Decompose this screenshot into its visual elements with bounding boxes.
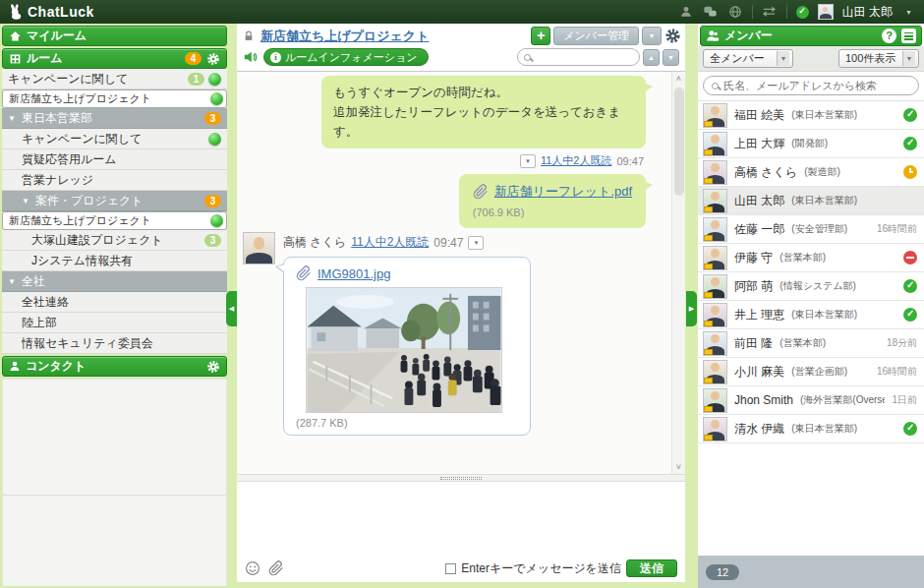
room-information-button[interactable]: i ルームインフォメーション xyxy=(263,48,429,66)
room-item-selected[interactable]: 新店舗立ち上げプロジェクト xyxy=(2,89,227,108)
file-link[interactable]: IMG9801.jpg xyxy=(318,266,390,281)
sender-avatar[interactable] xyxy=(243,232,275,265)
collapse-left-pane-handle[interactable]: ◀ xyxy=(226,291,237,326)
message-line: もうすぐオープンの時間だね。 xyxy=(333,83,634,102)
room-label: 陸上部 xyxy=(22,315,221,331)
member-manage-button[interactable]: メンバー管理 xyxy=(553,27,639,45)
room-group[interactable]: ▼ 東日本営業部 3 xyxy=(2,108,227,129)
room-item[interactable]: 全社連絡 xyxy=(2,292,227,313)
read-status-link[interactable]: 11人中2人既読 xyxy=(541,153,612,168)
room-label: 全社連絡 xyxy=(22,294,221,311)
search-next-button[interactable]: ▼ xyxy=(663,49,679,66)
user-avatar[interactable] xyxy=(818,4,834,20)
member-dept: (営業企画部) xyxy=(791,365,870,379)
message-other-file: 高橋 さくら 11人中2人既読 09:47 ▼ IMG9801.jpg xyxy=(243,232,646,436)
room-item[interactable]: 陸上部 xyxy=(2,313,227,333)
room-item[interactable]: Jシステム情報共有 xyxy=(2,251,227,271)
topbar: ChatLuck 山田 太郎 ▼ xyxy=(0,0,924,24)
sidebar-item-myroom[interactable]: マイルーム xyxy=(2,26,227,46)
member-manage-caret-button[interactable]: ▼ xyxy=(642,27,662,45)
rabbit-logo-icon xyxy=(8,4,23,20)
user-icon[interactable] xyxy=(678,4,694,20)
members-title: メンバー xyxy=(724,28,877,44)
member-row[interactable]: Jhon Smith (海外営業部(Overseas Sale… 1日前 xyxy=(698,386,924,415)
presence-icon xyxy=(210,92,223,105)
mail-badge-icon xyxy=(704,235,713,241)
member-name: 阿部 萌 xyxy=(734,278,773,295)
attached-photo[interactable] xyxy=(306,287,502,413)
room-item[interactable]: 大塚山建設プロジェクト 3 xyxy=(2,230,227,251)
search-prev-button[interactable]: ▲ xyxy=(643,49,660,66)
member-row[interactable]: 井上 理恵 (東日本営業部) xyxy=(698,301,924,329)
read-status-link[interactable]: 11人中2人既読 xyxy=(351,234,429,251)
member-dept: (安全管理部) xyxy=(791,222,870,236)
room-title-link[interactable]: 新店舗立ち上げプロジェクト xyxy=(260,28,429,45)
sidebar-item-contacts[interactable]: コンタクト xyxy=(2,356,227,377)
scrollbar-thumb[interactable] xyxy=(674,88,684,196)
chevron-down-icon[interactable]: ▼ xyxy=(901,9,916,16)
member-row[interactable]: 福田 絵美 (東日本営業部) xyxy=(698,101,924,130)
room-item[interactable]: キャンペーンに関して 1 xyxy=(2,69,227,89)
room-group[interactable]: ▼ 案件・プロジェクト 3 xyxy=(2,191,227,211)
globe-icon[interactable] xyxy=(727,4,743,20)
room-item[interactable]: 質疑応答用ルーム xyxy=(2,149,227,170)
member-row[interactable]: 高橋 さくら (製造部) xyxy=(698,158,924,187)
mail-badge-icon xyxy=(704,264,713,269)
message-input[interactable] xyxy=(237,482,685,559)
file-link[interactable]: 新店舗リーフレット.pdf xyxy=(494,182,632,203)
gear-icon[interactable] xyxy=(206,52,220,66)
swap-arrows-icon[interactable] xyxy=(762,4,778,20)
member-row[interactable]: 佐藤 一郎 (安全管理部) 16時間前 xyxy=(698,215,924,244)
sidebar-item-rooms[interactable]: ルーム 4 xyxy=(2,48,227,69)
send-button[interactable]: 送信 xyxy=(626,559,677,577)
speaker-icon[interactable] xyxy=(243,50,258,64)
help-icon[interactable]: ? xyxy=(882,29,896,43)
app-logo[interactable]: ChatLuck xyxy=(8,4,94,20)
chat-bubbles-icon[interactable] xyxy=(703,4,719,20)
message-menu-button[interactable]: ▼ xyxy=(520,154,536,168)
member-row[interactable]: 伊藤 守 (営業本部) xyxy=(698,244,924,272)
status-away-icon xyxy=(903,165,917,179)
room-item[interactable]: 情報セキュリティ委員会 xyxy=(2,333,227,354)
collapse-right-pane-handle[interactable]: ▶ xyxy=(686,291,697,326)
resize-divider[interactable] xyxy=(237,474,685,482)
status-available-icon xyxy=(903,137,917,150)
room-item[interactable]: キャンペーンに関して xyxy=(2,129,227,149)
member-row[interactable]: 前田 隆 (営業本部) 18分前 xyxy=(698,329,924,358)
scroll-down-arrow[interactable]: ˅ xyxy=(672,460,686,474)
member-name: 山田 太郎 xyxy=(734,193,784,209)
member-row[interactable]: 清水 伊織 (東日本営業部) xyxy=(698,415,924,443)
page-size-select[interactable]: 100件表示 ▼ xyxy=(838,49,919,68)
emoji-icon[interactable] xyxy=(245,560,260,576)
enter-to-send-checkbox[interactable] xyxy=(445,563,456,574)
message-menu-button[interactable]: ▼ xyxy=(468,236,484,250)
list-view-icon[interactable] xyxy=(901,29,916,43)
presence-icon xyxy=(208,73,221,86)
member-row[interactable]: 上田 大輝 (開発部) xyxy=(698,130,924,158)
topbar-user-name[interactable]: 山田 太郎 xyxy=(842,4,893,21)
rooms-icon xyxy=(9,52,22,65)
collapse-triangle-icon: ▼ xyxy=(8,114,16,123)
member-filter-select[interactable]: 全メンバー ▼ xyxy=(703,49,793,68)
gear-icon[interactable] xyxy=(206,360,220,374)
attach-paperclip-icon[interactable] xyxy=(268,560,284,576)
sender-name: 高橋 さくら xyxy=(283,234,346,251)
myroom-label: マイルーム xyxy=(27,28,220,44)
chat-search-input[interactable] xyxy=(535,51,623,63)
room-group[interactable]: ▼ 全社 xyxy=(2,271,227,292)
member-row[interactable]: 小川 麻美 (営業企画部) 16時間前 xyxy=(698,358,924,386)
room-settings-gear-icon[interactable] xyxy=(664,28,681,44)
member-row-self[interactable]: 山田 太郎 (東日本営業部) xyxy=(698,187,924,215)
room-item-selected[interactable]: 新店舗立ち上げプロジェクト xyxy=(2,211,227,230)
member-row[interactable]: 阿部 萌 (情報システム部) xyxy=(698,272,924,301)
room-label: キャンペーンに関して xyxy=(22,131,204,147)
member-search-input[interactable] xyxy=(723,80,910,91)
divider xyxy=(752,5,753,19)
room-item[interactable]: 営業ナレッジ xyxy=(2,170,227,191)
add-button[interactable]: + xyxy=(531,27,550,45)
avatar xyxy=(703,189,727,213)
scroll-up-arrow[interactable]: ˄ xyxy=(672,72,686,86)
chevron-down-icon: ▼ xyxy=(777,51,789,66)
room-label: 質疑応答用ルーム xyxy=(22,151,221,168)
member-dept: (製造部) xyxy=(804,165,896,179)
